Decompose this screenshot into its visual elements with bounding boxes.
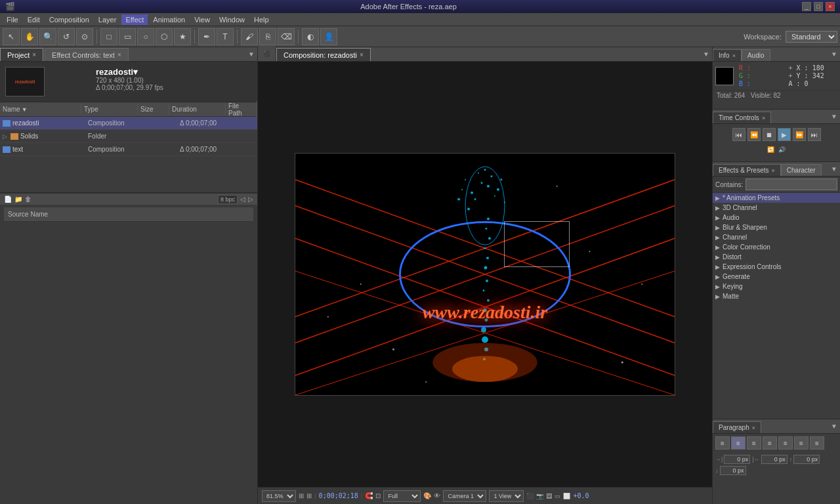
status-arrow-right[interactable]: ▷ (248, 196, 253, 203)
close-ep-tab[interactable]: × (772, 167, 775, 174)
file-row-solids[interactable]: ▷ Solids Folder (0, 130, 257, 143)
ep-item-keying[interactable]: ▶ Keying (713, 282, 840, 291)
para-panel-menu[interactable]: ▼ (828, 421, 840, 431)
close-info-tab[interactable]: × (732, 52, 736, 59)
preview-icon[interactable]: 👁 (434, 492, 440, 499)
mask-icon[interactable]: ⊡ (375, 492, 381, 499)
close-timectl-tab[interactable]: × (762, 115, 765, 121)
space-before-input[interactable] (793, 455, 820, 464)
tc-first-frame[interactable]: ⏮ (732, 128, 746, 141)
justify-right-btn[interactable]: ≡ (794, 436, 808, 450)
align-left-btn[interactable]: ≡ (715, 436, 730, 450)
ep-item-channel[interactable]: ▶ Channel (713, 232, 840, 242)
tab-effects-presets[interactable]: Effects & Presets × (713, 164, 781, 176)
tc-prev-frame[interactable]: ⏪ (747, 128, 761, 141)
snapshot-btn[interactable]: 📷 (536, 493, 543, 499)
close-btn[interactable]: × (826, 2, 835, 11)
tab-effect-controls[interactable]: Effect Controls: text × (45, 48, 129, 61)
close-para-tab[interactable]: × (752, 425, 755, 431)
show-snap-btn[interactable]: 🖼 (546, 493, 552, 499)
space-after-input[interactable] (720, 466, 746, 475)
indent-right-input[interactable] (761, 455, 788, 464)
project-status-icon-new[interactable]: 📄 (4, 196, 12, 203)
menu-composition[interactable]: Composition (45, 14, 93, 25)
tool-clone[interactable]: ⎘ (259, 28, 276, 45)
tab-time-controls[interactable]: Time Controls × (713, 112, 771, 123)
tc-stop[interactable]: ⏹ (763, 128, 776, 141)
tool-roto[interactable]: ◐ (302, 28, 319, 45)
info-panel-menu[interactable]: ▼ (828, 49, 840, 59)
tab-project[interactable]: Project × (0, 48, 43, 61)
menu-file[interactable]: File (3, 14, 22, 25)
region-btn[interactable]: ▭ (555, 493, 560, 499)
maximize-btn[interactable]: □ (814, 2, 823, 11)
tool-brush[interactable]: 🖌 (241, 28, 258, 45)
comp-panel-menu[interactable]: ▼ (700, 49, 712, 59)
grid-icon[interactable]: ⊞ (306, 492, 312, 499)
tc-play[interactable]: ▶ (778, 128, 791, 141)
justify-left-btn[interactable]: ≡ (763, 436, 777, 450)
tab-audio[interactable]: Audio (742, 49, 770, 61)
tool-poly[interactable]: ⬡ (156, 28, 173, 45)
ep-item-distort[interactable]: ▶ Distort (713, 252, 840, 262)
loop-btn[interactable]: 🔁 (767, 146, 774, 153)
zoom-select[interactable]: 81.5% 100% 50% (262, 490, 296, 502)
ep-item-3d-channel[interactable]: ▶ 3D Channel (713, 203, 840, 213)
project-status-icon-trash[interactable]: 🗑 (25, 196, 32, 203)
ep-item-color-correction[interactable]: ▶ Color Correction (713, 242, 840, 252)
quality-select[interactable]: Full Half Quarter (383, 490, 421, 502)
indent-left-input[interactable] (724, 455, 750, 464)
camera-select[interactable]: Camera 1 (443, 490, 486, 502)
ep-item-animation-presets[interactable]: ▶ * Animation Presets (713, 193, 840, 203)
tool-rr[interactable]: ▭ (119, 28, 136, 45)
tool-text[interactable]: T (217, 28, 234, 45)
minimize-btn[interactable]: _ (802, 2, 811, 11)
view-select[interactable]: 1 View (489, 490, 524, 502)
close-comp-tab[interactable]: × (360, 51, 364, 58)
timectl-panel-menu[interactable]: ▼ (828, 112, 840, 121)
audio-btn[interactable]: 🔊 (778, 146, 786, 153)
ep-panel-menu[interactable]: ▼ (828, 164, 840, 174)
ep-item-expression[interactable]: ▶ Expression Controls (713, 262, 840, 272)
transparency-btn[interactable]: ⬜ (563, 493, 570, 499)
tool-ellipse[interactable]: ○ (137, 28, 154, 45)
tool-star[interactable]: ★ (174, 28, 191, 45)
tool-eraser[interactable]: ⌫ (278, 28, 295, 45)
tool-select[interactable]: ↖ (3, 28, 20, 45)
file-row-rezadosti[interactable]: rezadosti Composition Δ 0;00;07;00 (0, 117, 257, 130)
tool-hand[interactable]: ✋ (21, 28, 38, 45)
status-arrow-left[interactable]: ◁ (240, 196, 245, 203)
justify-center-btn[interactable]: ≡ (778, 436, 793, 450)
window-controls[interactable]: _ □ × (802, 2, 835, 11)
menu-edit[interactable]: Edit (24, 14, 44, 25)
menu-animation[interactable]: Animation (149, 14, 189, 25)
file-row-text[interactable]: text Composition Δ 0;00;07;00 (0, 143, 257, 156)
color-mgmt-icon[interactable]: 🎨 (423, 492, 431, 499)
tool-orbit[interactable]: ⊙ (76, 28, 93, 45)
project-status-icon-folder[interactable]: 📁 (14, 196, 22, 203)
tool-puppet[interactable]: 👤 (320, 28, 337, 45)
align-center-btn[interactable]: ≡ (731, 436, 746, 450)
menu-help[interactable]: Help (250, 14, 273, 25)
close-project-tab[interactable]: × (32, 51, 36, 58)
panel-menu-btn[interactable]: ▼ (245, 49, 257, 59)
menu-effect[interactable]: Effect (121, 14, 148, 25)
fit-icon[interactable]: ⊞ (299, 492, 304, 499)
tc-last-frame[interactable]: ⏭ (808, 128, 821, 141)
ep-item-blur[interactable]: ▶ Blur & Sharpen (713, 222, 840, 232)
justify-all-btn[interactable]: ≡ (810, 436, 824, 450)
tool-pen[interactable]: ✒ (198, 28, 215, 45)
workspace-select[interactable]: Standard All Panels Minimal (786, 31, 837, 43)
ep-search-input[interactable] (746, 178, 837, 190)
align-right-btn[interactable]: ≡ (747, 436, 761, 450)
menu-layer[interactable]: Layer (94, 14, 121, 25)
tool-zoom[interactable]: 🔍 (39, 28, 56, 45)
render-btn[interactable]: ⬛ (526, 493, 534, 499)
menu-view[interactable]: View (190, 14, 214, 25)
tab-info[interactable]: Info × (713, 49, 742, 61)
tc-next-frame[interactable]: ⏩ (793, 128, 806, 141)
tab-character[interactable]: Character (781, 164, 822, 176)
ep-item-matte[interactable]: ▶ Matte (713, 291, 840, 301)
tab-composition[interactable]: Composition: rezadosti × (276, 48, 371, 61)
tab-paragraph[interactable]: Paragraph × (713, 421, 761, 433)
